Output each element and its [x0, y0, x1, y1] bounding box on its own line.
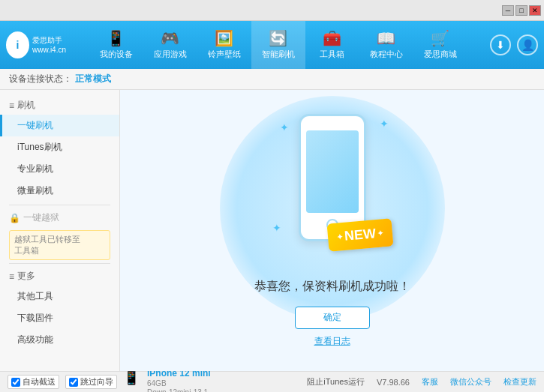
phone-screen — [306, 130, 359, 213]
nav-my-device[interactable]: 📱 我的设备 — [89, 21, 143, 69]
sidebar: ≡ 刷机 一键刷机 iTunes刷机 专业刷机 微量刷机 🔒 一键越狱 越狱工具… — [0, 90, 120, 371]
bottom-bar: 自动截送 跳过向导 📱 iPhone 12 mini 64GB Down-12m… — [0, 371, 544, 392]
sidebar-divider-2 — [9, 263, 110, 264]
skip-wizard-input[interactable] — [69, 378, 78, 387]
nav-apps-games-label: 应用游戏 — [154, 49, 187, 60]
section-icon: ≡ — [9, 100, 14, 111]
device-info: iPhone 12 mini 64GB Down-12mini-13,1 — [147, 368, 211, 393]
nav-right-buttons: ⬇ 👤 — [490, 34, 538, 55]
sidebar-section-flash-title: ≡ 刷机 — [0, 96, 119, 115]
phone-illustration: ✦ ✦ ✦ NEW — [265, 114, 400, 264]
sidebar-section-flash: ≡ 刷机 一键刷机 iTunes刷机 专业刷机 微量刷机 — [0, 96, 119, 202]
nav-items: 📱 我的设备 🎮 应用游戏 🖼️ 铃声壁纸 🔄 智能刷机 🧰 工具箱 📖 教程中… — [66, 21, 490, 69]
content-area: ✦ ✦ ✦ NEW 恭喜您，保资料刷机成功啦！ 确定 查看日志 — [120, 90, 544, 371]
nav-toolbox[interactable]: 🧰 工具箱 — [305, 21, 359, 69]
wechat-link[interactable]: 微信公众号 — [450, 376, 491, 388]
customer-service-link[interactable]: 客服 — [422, 376, 438, 388]
device-info-section: 📱 iPhone 12 mini 64GB Down-12mini-13,1 — [123, 368, 211, 393]
window-controls: ─ □ ✕ — [502, 5, 541, 16]
sidebar-item-advanced[interactable]: 高级功能 — [0, 329, 119, 351]
toolbox-icon: 🧰 — [323, 31, 341, 46]
sidebar-item-micro-flash[interactable]: 微量刷机 — [0, 180, 119, 202]
itunes-status: 阻止iTunes运行 — [307, 376, 365, 388]
logo-icon: i — [6, 31, 29, 58]
status-label: 设备连接状态： — [9, 73, 72, 85]
status-value: 正常模式 — [75, 73, 111, 85]
sidebar-item-other-tools[interactable]: 其他工具 — [0, 286, 119, 307]
sidebar-jailbreak-warning: 越狱工具已转移至工具箱 — [9, 230, 110, 260]
nav-apps-games[interactable]: 🎮 应用游戏 — [143, 21, 197, 69]
version-text: V7.98.66 — [377, 378, 410, 387]
device-phone-icon: 📱 — [123, 370, 140, 386]
nav-store[interactable]: 🛒 爱思商城 — [413, 21, 467, 69]
sidebar-item-itunes-flash[interactable]: iTunes刷机 — [0, 136, 119, 158]
nav-tutorials-label: 教程中心 — [370, 49, 403, 60]
tutorials-icon: 📖 — [377, 31, 395, 46]
sidebar-divider-1 — [9, 205, 110, 205]
bottom-left: 自动截送 跳过向导 📱 iPhone 12 mini 64GB Down-12m… — [8, 368, 307, 393]
nav-bar: i 爱思助手 www.i4.cn 📱 我的设备 🎮 应用游戏 🖼️ 铃声壁纸 🔄… — [0, 21, 544, 69]
nav-my-device-label: 我的设备 — [100, 49, 133, 60]
confirm-button[interactable]: 确定 — [295, 307, 370, 329]
more-log-link[interactable]: 查看日志 — [314, 335, 350, 348]
nav-store-label: 爱思商城 — [424, 49, 457, 60]
success-title: 恭喜您，保资料刷机成功啦！ — [254, 279, 410, 295]
device-storage: 64GB — [147, 379, 211, 388]
new-badge: NEW — [326, 218, 393, 251]
check-update-link[interactable]: 检查更新 — [503, 376, 536, 388]
flash-icon: 🔄 — [269, 31, 287, 46]
bottom-right: 阻止iTunes运行 V7.98.66 客服 微信公众号 检查更新 — [307, 376, 536, 388]
nav-flash-label: 智能刷机 — [262, 49, 295, 60]
nav-flash[interactable]: 🔄 智能刷机 — [251, 21, 305, 69]
download-button[interactable]: ⬇ — [490, 34, 511, 55]
close-button[interactable]: ✕ — [529, 5, 541, 16]
nav-ringtone-label: 铃声壁纸 — [208, 49, 241, 60]
skip-wizard-checkbox[interactable]: 跳过向导 — [65, 375, 117, 389]
sidebar-section-jailbreak: 🔒 一键越狱 越狱工具已转移至工具箱 — [0, 208, 119, 260]
more-section-icon: ≡ — [9, 271, 14, 282]
status-bar: 设备连接状态： 正常模式 — [0, 69, 544, 90]
nav-tutorials[interactable]: 📖 教程中心 — [359, 21, 413, 69]
device-version: Down-12mini-13,1 — [147, 388, 211, 393]
logo: i 爱思助手 www.i4.cn — [6, 31, 66, 58]
nav-toolbox-label: 工具箱 — [320, 49, 344, 60]
sidebar-section-jailbreak-title: 🔒 一键越狱 — [0, 208, 119, 227]
minimize-button[interactable]: ─ — [502, 5, 514, 16]
main-layout: ≡ 刷机 一键刷机 iTunes刷机 专业刷机 微量刷机 🔒 一键越狱 越狱工具… — [0, 90, 544, 371]
auto-submit-checkbox[interactable]: 自动截送 — [8, 375, 59, 389]
content-inner: ✦ ✦ ✦ NEW 恭喜您，保资料刷机成功啦！ 确定 查看日志 — [254, 114, 410, 348]
nav-ringtone-wallpaper[interactable]: 🖼️ 铃声壁纸 — [197, 21, 251, 69]
sidebar-item-download-firmware[interactable]: 下载固件 — [0, 307, 119, 329]
sparkle-1: ✦ — [280, 121, 289, 133]
logo-text: 爱思助手 www.i4.cn — [32, 35, 66, 55]
sidebar-section-more: ≡ 更多 其他工具 下载固件 高级功能 — [0, 267, 119, 351]
store-icon: 🛒 — [431, 31, 449, 46]
ringtone-icon: 🖼️ — [215, 31, 233, 46]
sidebar-section-more-title: ≡ 更多 — [0, 267, 119, 286]
sidebar-item-onekey-flash[interactable]: 一键刷机 — [0, 115, 119, 136]
title-bar: ─ □ ✕ — [0, 0, 544, 21]
sparkle-3: ✦ — [272, 222, 281, 234]
lock-icon: 🔒 — [9, 213, 20, 223]
maximize-button[interactable]: □ — [515, 5, 527, 16]
my-device-icon: 📱 — [107, 31, 125, 46]
apps-games-icon: 🎮 — [161, 31, 179, 46]
sparkle-2: ✦ — [380, 118, 389, 130]
user-button[interactable]: 👤 — [517, 34, 538, 55]
itunes-status-label: 阻止iTunes运行 — [307, 376, 365, 388]
sidebar-item-pro-flash[interactable]: 专业刷机 — [0, 158, 119, 180]
auto-submit-input[interactable] — [11, 378, 20, 387]
